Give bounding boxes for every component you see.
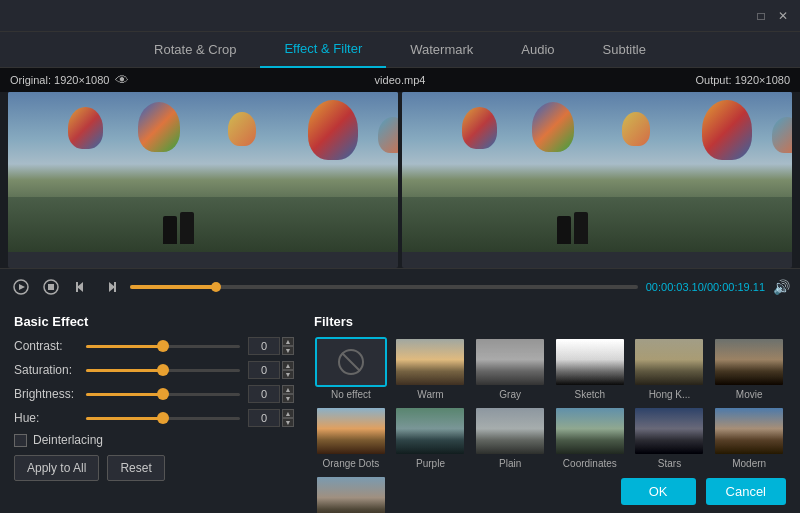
saturation-down[interactable]: ▼ [282,370,294,379]
filter-purple[interactable]: Purple [394,406,468,469]
eye-icon[interactable]: 👁 [115,72,129,88]
video-area: Original: 1920×1080 👁 Output: 1920×1080 … [0,68,800,268]
filter-label-no-effect: No effect [331,389,371,400]
reset-button[interactable]: Reset [107,455,164,481]
deinterlacing-label: Deinterlacing [33,433,103,447]
filter-modern[interactable]: Modern [712,406,786,469]
hue-input[interactable] [248,409,280,427]
svg-line-9 [342,353,360,371]
tab-rotate[interactable]: Rotate & Crop [130,32,260,68]
apply-to-all-button[interactable]: Apply to All [14,455,99,481]
play-button[interactable] [10,276,32,298]
tab-effect[interactable]: Effect & Filter [260,32,386,68]
brightness-spinner: ▲ ▼ [282,385,294,403]
brightness-slider[interactable] [86,393,240,396]
contrast-up[interactable]: ▲ [282,337,294,346]
svg-rect-5 [76,282,78,292]
warm-filter-inner [396,339,464,385]
original-video [8,92,398,252]
deinterlacing-row: Deinterlacing [14,433,294,447]
contrast-slider[interactable] [86,345,240,348]
hue-slider[interactable] [86,417,240,420]
contrast-label: Contrast: [14,339,86,353]
coord-filter-inner [556,408,624,454]
filter-label-stars: Stars [658,458,681,469]
contrast-input[interactable] [248,337,280,355]
prev-button[interactable] [70,276,92,298]
filter-gray[interactable]: Gray [473,337,547,400]
filter-thumb-movie [713,337,785,387]
tab-watermark[interactable]: Watermark [386,32,497,68]
svg-marker-1 [19,284,25,290]
filter-hongkong[interactable]: Hong K... [633,337,707,400]
brightness-down[interactable]: ▼ [282,394,294,403]
hue-value-box: ▲ ▼ [248,409,294,427]
hue-spinner: ▲ ▼ [282,409,294,427]
filter-label-purple: Purple [416,458,445,469]
filter-coordinates[interactable]: Coordinates [553,406,627,469]
brightness-label: Brightness: [14,387,86,401]
filename-label: video.mp4 [375,74,426,86]
deinterlacing-checkbox[interactable] [14,434,27,447]
filter-sketch[interactable]: Sketch [553,337,627,400]
pixelate-filter-inner [317,477,385,513]
filter-warm[interactable]: Warm [394,337,468,400]
filter-stars[interactable]: Stars [633,406,707,469]
filter-thumb-hongkong [633,337,705,387]
tab-audio[interactable]: Audio [497,32,578,68]
tab-subtitle[interactable]: Subtitle [579,32,670,68]
contrast-down[interactable]: ▼ [282,346,294,355]
close-button[interactable]: ✕ [774,7,792,25]
no-effect-bg [317,339,385,385]
next-button[interactable] [100,276,122,298]
saturation-value-box: ▲ ▼ [248,361,294,379]
original-resolution: Original: 1920×1080 [10,74,109,86]
filter-thumb-warm [394,337,466,387]
brightness-input[interactable] [248,385,280,403]
saturation-input[interactable] [248,361,280,379]
filters-title: Filters [314,314,786,329]
contrast-spinner: ▲ ▼ [282,337,294,355]
stars-filter-inner [635,408,703,454]
balloon-scene-right [402,92,792,252]
filter-label-orange-dots: Orange Dots [322,458,379,469]
progress-fill [130,285,216,289]
cancel-button[interactable]: Cancel [706,478,786,505]
hue-down[interactable]: ▼ [282,418,294,427]
output-resolution: Output: 1920×1080 [696,74,791,86]
contrast-value-box: ▲ ▼ [248,337,294,355]
filter-thumb-stars [633,406,705,456]
basic-effect-title: Basic Effect [14,314,294,329]
output-video [402,92,792,252]
progress-thumb[interactable] [211,282,221,292]
filter-movie[interactable]: Movie [712,337,786,400]
sketch-filter-inner [556,339,624,385]
filter-thumb-coordinates [554,406,626,456]
brightness-row: Brightness: ▲ ▼ [14,385,294,403]
filter-label-gray: Gray [499,389,521,400]
minimize-button[interactable]: □ [752,7,770,25]
brightness-up[interactable]: ▲ [282,385,294,394]
saturation-spinner: ▲ ▼ [282,361,294,379]
preview-panel-original [8,92,398,268]
filter-label-coordinates: Coordinates [563,458,617,469]
filter-no-effect[interactable]: No effect [314,337,388,400]
progress-bar[interactable] [130,285,638,289]
saturation-up[interactable]: ▲ [282,361,294,370]
filter-plain[interactable]: Plain [473,406,547,469]
filter-orange-dots[interactable]: Orange Dots [314,406,388,469]
svg-rect-7 [114,282,116,292]
saturation-slider[interactable] [86,369,240,372]
volume-icon[interactable]: 🔊 [773,279,790,295]
filter-label-plain: Plain [499,458,521,469]
saturation-label: Saturation: [14,363,86,377]
filter-pixelate[interactable]: Pixelate [314,475,388,513]
filter-thumb-gray [474,337,546,387]
filter-thumb-modern [713,406,785,456]
ok-button[interactable]: OK [621,478,696,505]
hue-label: Hue: [14,411,86,425]
hue-up[interactable]: ▲ [282,409,294,418]
filter-thumb-pixelate [315,475,387,513]
filter-label-sketch: Sketch [575,389,606,400]
stop-button[interactable] [40,276,62,298]
